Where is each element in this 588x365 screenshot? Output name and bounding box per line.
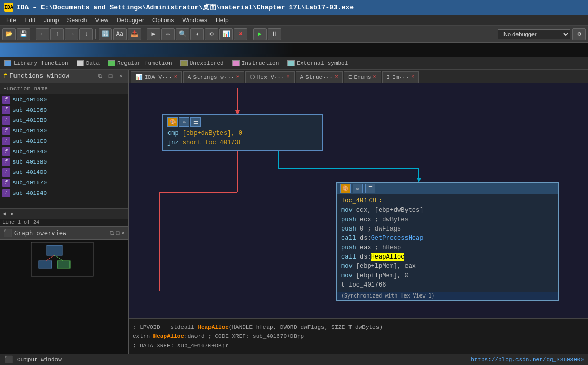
functions-close-btn[interactable]: × <box>117 72 125 80</box>
sw-operand-mov: ecx, [ebp+dwBytes] <box>356 207 424 214</box>
toolbar-goto[interactable]: ▶ <box>147 28 160 40</box>
tab-ida-view[interactable]: 📊 IDA V··· × <box>131 71 182 83</box>
function-item-8[interactable]: f sub_401670 <box>0 178 128 188</box>
block-color-btn[interactable]: 🎨 <box>167 117 178 127</box>
toolbar-pause[interactable]: ⏸ <box>268 28 281 40</box>
sw-operand-push1: ecx <box>360 216 371 223</box>
toolbar-str[interactable]: Aa <box>113 28 127 40</box>
func-icon-3: f <box>2 127 10 135</box>
toolbar-sep1 <box>33 29 33 39</box>
function-item-5[interactable]: f sub_401340 <box>0 146 128 157</box>
func-name-3: sub_401130 <box>12 128 47 134</box>
debugger-select[interactable]: No debugger <box>498 29 570 39</box>
tab-strings[interactable]: A Strings w··· × <box>183 71 244 83</box>
sw-heapalloc-highlight: HeapAlloc <box>371 253 405 261</box>
toolbar-back2[interactable]: ↑ <box>50 28 64 40</box>
svg-rect-1 <box>39 261 52 268</box>
toolbar-search[interactable]: 🔍 <box>176 28 189 40</box>
legend-library: Library function <box>4 60 68 66</box>
function-item-9[interactable]: f sub_401940 <box>0 188 128 198</box>
func-name-6: sub_401380 <box>12 159 47 165</box>
function-item-3[interactable]: f sub_401130 <box>0 126 128 136</box>
sw-mnemonic-mov2: mov <box>341 263 353 270</box>
menu-help[interactable]: Help <box>212 16 233 25</box>
loc-label: loc_40173E: <box>341 197 382 205</box>
second-edit-btn[interactable]: ✏ <box>353 184 363 193</box>
menu-debugger[interactable]: Debugger <box>113 16 148 25</box>
legend-data-box <box>77 60 84 66</box>
function-item-6[interactable]: f sub_401380 <box>0 157 128 167</box>
toolbar-patch[interactable]: ✏ <box>161 28 175 40</box>
func-icon-4: f <box>2 137 10 145</box>
legend-instruction-label: Instruction <box>242 60 279 66</box>
block-edit-btn[interactable]: ✏ <box>179 117 189 127</box>
svg-rect-2 <box>57 261 70 268</box>
toolbar-run[interactable]: ▶ <box>253 28 267 40</box>
functions-list[interactable]: f sub_401000 f sub_401060 f sub_4010B0 f… <box>0 94 128 208</box>
func-name-2: sub_4010B0 <box>12 117 47 124</box>
block-nav-btn[interactable]: ☰ <box>190 117 201 127</box>
tab-enums-close[interactable]: × <box>373 74 376 80</box>
menu-edit[interactable]: Edit <box>20 16 39 25</box>
graph-overview-close-btn[interactable]: × <box>121 230 125 236</box>
toolbar-xref[interactable]: ✦ <box>190 28 204 40</box>
second-window-header: 🎨 ✏ ☰ <box>337 183 558 194</box>
toolbar-back[interactable]: ← <box>36 28 49 40</box>
func-icon-9: f <box>2 189 10 197</box>
scroll-right[interactable]: ▶ <box>8 210 17 218</box>
toolbar-dbg-settings[interactable]: ⚙ <box>572 28 586 40</box>
func-icon-1: f <box>2 106 10 114</box>
function-item-7[interactable]: f sub_401400 <box>0 167 128 178</box>
tab-struct[interactable]: A Struc··· × <box>296 71 343 83</box>
second-window-content: loc_40173E: mov ecx, [ebp+dwBytes] push … <box>337 194 558 292</box>
second-nav-btn[interactable]: ☰ <box>365 184 375 193</box>
tab-ida-close[interactable]: × <box>174 74 177 80</box>
tab-enums[interactable]: E Enums × <box>344 71 381 83</box>
toolbar-graph[interactable]: 📊 <box>219 28 233 40</box>
legend-bar: Library function Data Regular function U… <box>0 57 588 70</box>
sw-comment-push1: ; dwBytes <box>375 216 409 223</box>
tab-struct-close[interactable]: × <box>335 74 338 80</box>
code-line-1-1: cmp [ebp+dwBytes], 0 <box>167 129 318 138</box>
function-item-1[interactable]: f sub_401060 <box>0 105 128 115</box>
sw-operand-call1: ds: <box>360 235 371 242</box>
toolbar-open[interactable]: 📂 <box>2 28 16 40</box>
sw-line-mov3: mov [ebp+lpMem], 0 <box>341 271 554 280</box>
menu-file[interactable]: File <box>2 16 20 25</box>
func-icon-8: f <box>2 179 10 187</box>
toolbar-forward[interactable]: → <box>65 28 78 40</box>
graph-area[interactable]: 🎨 ✏ ☰ cmp [ebp+dwBytes], 0 jnz short loc… <box>129 83 588 318</box>
second-color-btn[interactable]: 🎨 <box>340 184 351 193</box>
toolbar-imp[interactable]: 📥 <box>128 28 141 40</box>
tab-hex-close[interactable]: × <box>286 74 289 80</box>
toolbar-forward2[interactable]: ↓ <box>79 28 93 40</box>
sw-line-call1: call ds:GetProcessHeap <box>341 234 554 243</box>
tab-imports-close[interactable]: × <box>411 74 414 80</box>
func-name-7: sub_401400 <box>12 169 47 175</box>
function-item-4[interactable]: f sub_4011C0 <box>0 136 128 146</box>
toolbar-func[interactable]: ⚙ <box>205 28 218 40</box>
function-item-0[interactable]: f sub_401000 <box>0 94 128 105</box>
toolbar-hex[interactable]: 🔢 <box>99 28 112 40</box>
functions-float-btn[interactable]: ⧉ <box>96 72 104 80</box>
menu-search[interactable]: Search <box>63 16 91 25</box>
menu-view[interactable]: View <box>91 16 113 25</box>
func-name-8: sub_401670 <box>12 180 47 186</box>
function-item-2[interactable]: f sub_4010B0 <box>0 115 128 126</box>
sw-mnemonic-push3: push <box>341 244 356 251</box>
legend-library-label: Library function <box>13 60 68 66</box>
menu-windows[interactable]: Windows <box>178 16 212 25</box>
svg-line-4 <box>54 255 63 261</box>
code-block-1: 🎨 ✏ ☰ cmp [ebp+dwBytes], 0 jnz short loc… <box>162 114 323 151</box>
scroll-left[interactable]: ◀ <box>0 210 8 218</box>
tab-hex[interactable]: ⬡ Hex V··· × <box>245 71 295 83</box>
toolbar-debug1[interactable]: ✖ <box>234 28 247 40</box>
tab-strings-close[interactable]: × <box>236 74 240 80</box>
menu-options[interactable]: Options <box>148 16 178 25</box>
menu-jump[interactable]: Jump <box>39 16 63 25</box>
functions-restore-btn[interactable]: □ <box>106 72 115 80</box>
tab-imports[interactable]: I Im··· × <box>382 71 419 83</box>
toolbar-save[interactable]: 💾 <box>17 28 30 40</box>
graph-overview-restore-btn[interactable]: □ <box>116 230 120 236</box>
graph-overview-float-btn[interactable]: ⧉ <box>110 230 114 236</box>
